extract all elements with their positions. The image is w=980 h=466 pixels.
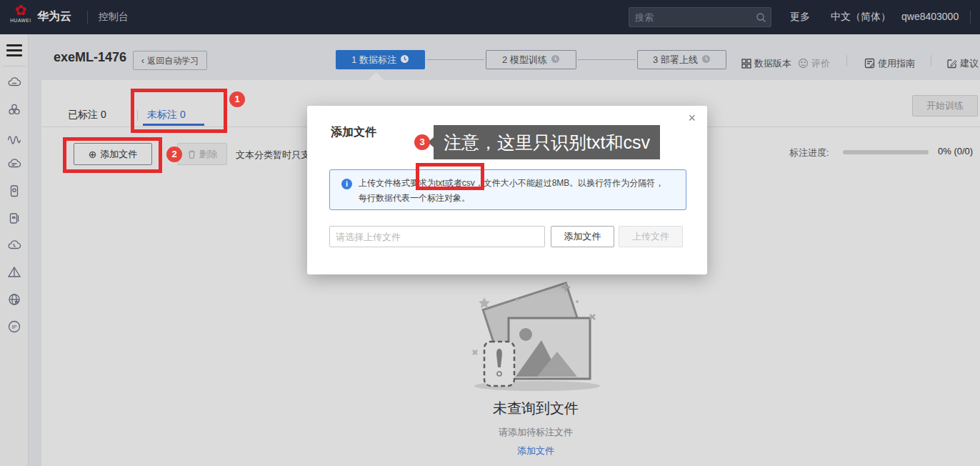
- close-icon[interactable]: ×: [688, 111, 696, 124]
- dialog-title: 添加文件: [331, 125, 376, 140]
- annotation-tooltip: 注意，这里只识别txt和csv: [434, 125, 660, 159]
- file-select-input[interactable]: [329, 226, 545, 247]
- info-text-line2: 每行数据代表一个标注对象。: [359, 192, 470, 204]
- annotation-box-format-text: [416, 163, 484, 190]
- annotation-badge-3: 3: [414, 134, 430, 150]
- dialog-add-file-button[interactable]: 添加文件: [551, 226, 614, 247]
- upload-info-banner: i 上传文件格式要求为txt或者csv，文件大小不能超过8MB。以换行符作为分隔…: [329, 169, 686, 210]
- annotation-box-unlabeled-tab: [131, 89, 227, 133]
- info-icon: i: [341, 179, 352, 189]
- annotation-badge-2: 2: [166, 147, 182, 162]
- annotation-badge-1: 1: [229, 91, 245, 107]
- info-text-line1: 上传文件格式要求为txt或者csv，文件大小不能超过8MB。以换行符作为分隔符，: [359, 177, 664, 189]
- annotation-box-add-file: [63, 137, 162, 173]
- dialog-upload-button[interactable]: 上传文件: [619, 226, 683, 247]
